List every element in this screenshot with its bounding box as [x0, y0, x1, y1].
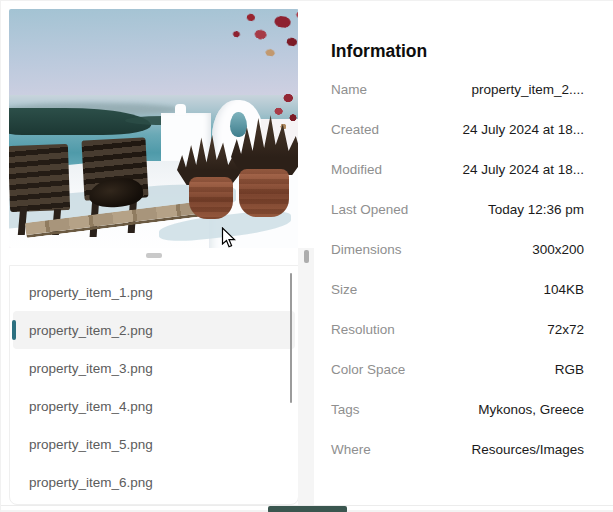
- bougainvillea-side-shape: [269, 87, 299, 131]
- bottom-drag-handle[interactable]: [268, 506, 347, 512]
- info-row: Where Resources/Images: [314, 429, 613, 469]
- terracotta-pot-shape: [239, 169, 289, 217]
- info-row: Created 24 July 2024 at 18...: [314, 109, 613, 149]
- info-field-label: Tags: [331, 402, 360, 417]
- information-panel: Information Name property_item_2.... Cre…: [314, 1, 613, 512]
- info-row: Last Opened Today 12:36 pm: [314, 189, 613, 229]
- file-name-label: property_item_3.png: [29, 361, 153, 376]
- terracotta-pot-shape: [189, 177, 233, 219]
- info-row: Resolution 72x72: [314, 309, 613, 349]
- file-name-label: property_item_4.png: [29, 399, 153, 414]
- file-name-label: property_item_1.png: [29, 285, 153, 300]
- app-window: property_item_1.png property_item_2.png …: [0, 0, 613, 512]
- info-field-label: Created: [331, 122, 379, 137]
- info-field-value: RGB: [555, 362, 584, 377]
- info-field-label: Modified: [331, 162, 382, 177]
- file-name-label: property_item_2.png: [29, 323, 153, 338]
- image-preview[interactable]: [9, 9, 299, 248]
- info-rows: Name property_item_2.... Created 24 July…: [314, 69, 613, 469]
- splitter-drag-handle-icon[interactable]: [146, 253, 162, 258]
- info-field-value: 24 July 2024 at 18...: [462, 122, 584, 137]
- info-field-value: 72x72: [547, 322, 584, 337]
- list-scrollbar[interactable]: [290, 273, 292, 403]
- wooden-chair-shape: [9, 144, 70, 212]
- bougainvillea-top-shape: [221, 9, 299, 68]
- info-field-value: Today 12:36 pm: [488, 202, 584, 217]
- info-row: Dimensions 300x200: [314, 229, 613, 269]
- arrow-cursor-icon: [221, 227, 236, 248]
- list-item[interactable]: property_item_3.png: [13, 349, 295, 387]
- file-list: property_item_1.png property_item_2.png …: [9, 265, 299, 505]
- info-field-value: Resources/Images: [471, 442, 584, 457]
- file-name-label: property_item_5.png: [29, 437, 153, 452]
- info-field-label: Name: [331, 82, 367, 97]
- info-row: Size 104KB: [314, 269, 613, 309]
- list-item[interactable]: property_item_6.png: [13, 463, 295, 501]
- info-field-value: 104KB: [543, 282, 584, 297]
- gutter-scrollbar-thumb[interactable]: [304, 250, 309, 263]
- info-row: Color Space RGB: [314, 349, 613, 389]
- info-row: Name property_item_2....: [314, 69, 613, 109]
- chimney-shape: [175, 104, 186, 115]
- info-field-label: Last Opened: [331, 202, 408, 217]
- list-item[interactable]: property_item_5.png: [13, 425, 295, 463]
- info-field-value: 24 July 2024 at 18...: [462, 162, 584, 177]
- list-item[interactable]: property_item_2.png: [13, 311, 295, 349]
- info-field-label: Color Space: [331, 362, 405, 377]
- info-field-label: Size: [331, 282, 357, 297]
- info-field-value: Mykonos, Greece: [478, 402, 584, 417]
- info-field-label: Resolution: [331, 322, 395, 337]
- file-name-label: property_item_6.png: [29, 475, 153, 490]
- info-field-value: property_item_2....: [471, 82, 584, 97]
- info-field-label: Dimensions: [331, 242, 402, 257]
- info-field-value: 300x200: [532, 242, 584, 257]
- info-field-label: Where: [331, 442, 371, 457]
- info-row: Tags Mykonos, Greece: [314, 389, 613, 429]
- arch-opening-shape: [230, 112, 247, 137]
- list-item[interactable]: property_item_1.png: [13, 273, 295, 311]
- list-item[interactable]: property_item_4.png: [13, 387, 295, 425]
- panel-title: Information: [331, 41, 427, 62]
- info-row: Modified 24 July 2024 at 18...: [314, 149, 613, 189]
